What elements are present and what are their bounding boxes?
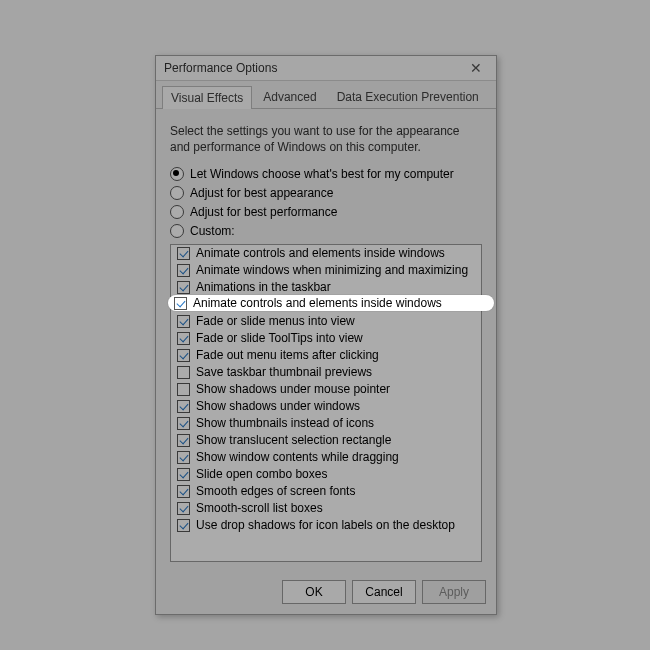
effect-label: Animate windows when minimizing and maxi… <box>196 263 468 278</box>
checkbox-icon[interactable] <box>177 332 190 345</box>
tab-visual-effects[interactable]: Visual Effects <box>162 86 252 109</box>
titlebar: Performance Options ✕ <box>156 56 496 81</box>
dialog-body: Select the settings you want to use for … <box>156 109 496 572</box>
effect-row[interactable]: Smooth edges of screen fonts <box>171 483 481 500</box>
effect-row[interactable]: Smooth-scroll list boxes <box>171 500 481 517</box>
effect-row[interactable]: Show shadows under mouse pointer <box>171 381 481 398</box>
highlighted-effect-label: Animate controls and elements inside win… <box>193 296 442 310</box>
checkbox-icon[interactable] <box>177 519 190 532</box>
effect-row[interactable]: Fade out menu items after clicking <box>171 347 481 364</box>
checkbox-icon[interactable] <box>177 400 190 413</box>
radio-option[interactable]: Adjust for best appearance <box>170 186 482 200</box>
close-icon[interactable]: ✕ <box>462 60 490 76</box>
radio-label: Adjust for best appearance <box>190 186 333 200</box>
effect-row[interactable]: Show window contents while dragging <box>171 449 481 466</box>
effect-label: Show shadows under mouse pointer <box>196 382 390 397</box>
effect-row[interactable]: Fade or slide ToolTips into view <box>171 330 481 347</box>
effect-label: Show shadows under windows <box>196 399 360 414</box>
ok-button[interactable]: OK <box>282 580 346 604</box>
checkbox-icon[interactable] <box>177 434 190 447</box>
checkbox-icon[interactable] <box>177 281 190 294</box>
dialog-button-row: OK Cancel Apply <box>156 572 496 614</box>
radio-icon[interactable] <box>170 224 184 238</box>
radio-label: Custom: <box>190 224 235 238</box>
checkbox-icon[interactable] <box>177 383 190 396</box>
effect-row[interactable]: Show translucent selection rectangle <box>171 432 481 449</box>
effect-label: Smooth edges of screen fonts <box>196 484 355 499</box>
effect-row[interactable]: Fade or slide menus into view <box>171 313 481 330</box>
effect-label: Animations in the taskbar <box>196 280 331 295</box>
cancel-button[interactable]: Cancel <box>352 580 416 604</box>
visual-effects-radio-group: Let Windows choose what's best for my co… <box>170 167 482 238</box>
visual-effects-listbox[interactable]: Animate controls and elements inside win… <box>170 244 482 562</box>
performance-options-dialog: Performance Options ✕ Visual EffectsAdva… <box>155 55 497 615</box>
checkbox-icon[interactable] <box>177 485 190 498</box>
effect-label: Show thumbnails instead of icons <box>196 416 374 431</box>
radio-option[interactable]: Adjust for best performance <box>170 205 482 219</box>
highlighted-effect-row[interactable]: Animate controls and elements inside win… <box>168 295 494 311</box>
effect-label: Save taskbar thumbnail previews <box>196 365 372 380</box>
radio-label: Adjust for best performance <box>190 205 337 219</box>
effect-label: Show window contents while dragging <box>196 450 399 465</box>
effect-label: Fade or slide ToolTips into view <box>196 331 363 346</box>
effect-label: Use drop shadows for icon labels on the … <box>196 518 455 533</box>
instructions-text: Select the settings you want to use for … <box>170 123 470 155</box>
effect-label: Show translucent selection rectangle <box>196 433 391 448</box>
checkbox-icon[interactable] <box>177 315 190 328</box>
radio-label: Let Windows choose what's best for my co… <box>190 167 454 181</box>
radio-icon[interactable] <box>170 205 184 219</box>
checkbox-icon[interactable] <box>174 297 187 310</box>
tab-strip: Visual EffectsAdvancedData Execution Pre… <box>156 81 496 109</box>
effect-label: Fade out menu items after clicking <box>196 348 379 363</box>
effect-row[interactable]: Show shadows under windows <box>171 398 481 415</box>
checkbox-icon[interactable] <box>177 451 190 464</box>
effect-row[interactable]: Show thumbnails instead of icons <box>171 415 481 432</box>
tab-advanced[interactable]: Advanced <box>254 85 325 108</box>
effect-row[interactable]: Animate controls and elements inside win… <box>171 245 481 262</box>
apply-button[interactable]: Apply <box>422 580 486 604</box>
effect-row[interactable]: Animations in the taskbar <box>171 279 481 296</box>
effect-label: Animate controls and elements inside win… <box>196 246 445 261</box>
effect-row[interactable]: Animate windows when minimizing and maxi… <box>171 262 481 279</box>
tab-data-execution-prevention[interactable]: Data Execution Prevention <box>328 85 488 108</box>
checkbox-icon[interactable] <box>177 264 190 277</box>
checkbox-icon[interactable] <box>177 468 190 481</box>
effect-row[interactable]: Save taskbar thumbnail previews <box>171 364 481 381</box>
effect-label: Smooth-scroll list boxes <box>196 501 323 516</box>
checkbox-icon[interactable] <box>177 502 190 515</box>
effect-row[interactable]: Use drop shadows for icon labels on the … <box>171 517 481 534</box>
radio-option[interactable]: Custom: <box>170 224 482 238</box>
checkbox-icon[interactable] <box>177 417 190 430</box>
checkbox-icon[interactable] <box>177 247 190 260</box>
radio-option[interactable]: Let Windows choose what's best for my co… <box>170 167 482 181</box>
effect-label: Fade or slide menus into view <box>196 314 355 329</box>
radio-icon[interactable] <box>170 167 184 181</box>
radio-icon[interactable] <box>170 186 184 200</box>
checkbox-icon[interactable] <box>177 349 190 362</box>
window-title: Performance Options <box>164 61 277 75</box>
effect-label: Slide open combo boxes <box>196 467 327 482</box>
effect-row[interactable]: Slide open combo boxes <box>171 466 481 483</box>
checkbox-icon[interactable] <box>177 366 190 379</box>
